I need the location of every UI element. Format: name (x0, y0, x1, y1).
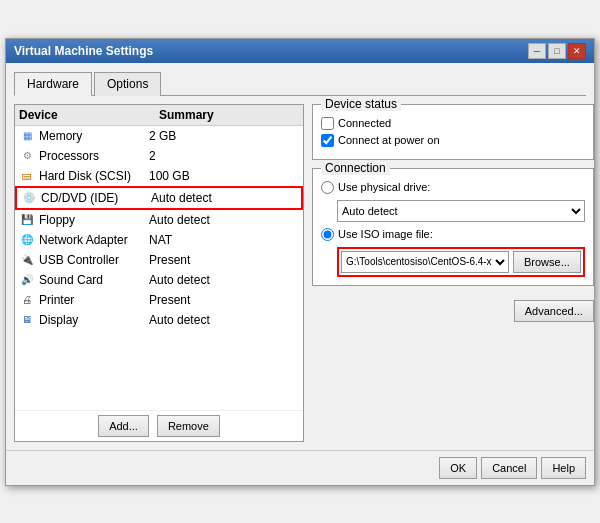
device-panel: Device Summary ▦ Memory 2 GB ⚙ Processor… (14, 104, 304, 442)
settings-panel: Device status Connected Connect at power… (312, 104, 594, 442)
window-title: Virtual Machine Settings (14, 44, 153, 58)
usb-icon: 🔌 (19, 252, 35, 268)
connection-title: Connection (321, 161, 390, 175)
title-bar: Virtual Machine Settings ─ □ ✕ (6, 39, 594, 63)
header-device: Device (19, 108, 159, 122)
close-button[interactable]: ✕ (568, 43, 586, 59)
advanced-btn-row: Advanced... (312, 294, 594, 324)
device-row-display[interactable]: 🖥 Display Auto detect (15, 310, 303, 330)
memory-icon: ▦ (19, 128, 35, 144)
device-row-floppy[interactable]: 💾 Floppy Auto detect (15, 210, 303, 230)
sound-icon: 🔊 (19, 272, 35, 288)
iso-path-row: G:\Tools\centosiso\CentOS-6.4-x Browse..… (337, 247, 585, 277)
cpu-icon: ⚙ (19, 148, 35, 164)
iso-label: Use ISO image file: (338, 228, 433, 240)
main-area: Device Summary ▦ Memory 2 GB ⚙ Processor… (14, 104, 586, 442)
connected-label: Connected (338, 117, 391, 129)
device-row-usb[interactable]: 🔌 USB Controller Present (15, 250, 303, 270)
connected-checkbox[interactable] (321, 117, 334, 130)
drive-select-row: Auto detect (337, 200, 585, 222)
device-row-memory[interactable]: ▦ Memory 2 GB (15, 126, 303, 146)
connection-group: Connection Use physical drive: Auto dete… (312, 168, 594, 286)
maximize-button[interactable]: □ (548, 43, 566, 59)
header-summary: Summary (159, 108, 299, 122)
physical-drive-radio-row: Use physical drive: (321, 181, 585, 194)
connection-radio-group: Use physical drive: Auto detect Use ISO (321, 181, 585, 277)
add-device-button[interactable]: Add... (98, 415, 149, 437)
device-row-processors[interactable]: ⚙ Processors 2 (15, 146, 303, 166)
device-status-group: Device status Connected Connect at power… (312, 104, 594, 160)
iso-radio[interactable] (321, 228, 334, 241)
harddisk-icon: 🖴 (19, 168, 35, 184)
virtual-machine-settings-window: Virtual Machine Settings ─ □ ✕ Hardware … (5, 38, 595, 486)
device-status-title: Device status (321, 97, 401, 111)
device-row-network[interactable]: 🌐 Network Adapter NAT (15, 230, 303, 250)
cdrom-icon: 💿 (21, 190, 37, 206)
remove-device-button[interactable]: Remove (157, 415, 220, 437)
physical-drive-dropdown[interactable]: Auto detect (337, 200, 585, 222)
help-button[interactable]: Help (541, 457, 586, 479)
device-row-harddisk[interactable]: 🖴 Hard Disk (SCSI) 100 GB (15, 166, 303, 186)
device-table-header: Device Summary (15, 105, 303, 126)
tab-options[interactable]: Options (94, 72, 161, 96)
physical-drive-radio[interactable] (321, 181, 334, 194)
power-on-checkbox-row: Connect at power on (321, 134, 585, 147)
minimize-button[interactable]: ─ (528, 43, 546, 59)
browse-button[interactable]: Browse... (513, 251, 581, 273)
power-on-checkbox[interactable] (321, 134, 334, 147)
device-panel-bottom: Add... Remove (15, 410, 303, 441)
display-icon: 🖥 (19, 312, 35, 328)
printer-icon: 🖨 (19, 292, 35, 308)
device-row-soundcard[interactable]: 🔊 Sound Card Auto detect (15, 270, 303, 290)
device-row-cddvd[interactable]: 💿 CD/DVD (IDE) Auto detect (15, 186, 303, 210)
advanced-button[interactable]: Advanced... (514, 300, 594, 322)
device-row-printer[interactable]: 🖨 Printer Present (15, 290, 303, 310)
title-bar-controls: ─ □ ✕ (528, 43, 586, 59)
connected-checkbox-row: Connected (321, 117, 585, 130)
iso-radio-row: Use ISO image file: (321, 228, 585, 241)
window-content: Hardware Options Device Summary ▦ Memory (6, 63, 594, 450)
device-list-spacer (15, 330, 303, 410)
floppy-icon: 💾 (19, 212, 35, 228)
cancel-button[interactable]: Cancel (481, 457, 537, 479)
footer-buttons: OK Cancel Help (6, 450, 594, 485)
ok-button[interactable]: OK (439, 457, 477, 479)
network-icon: 🌐 (19, 232, 35, 248)
tab-hardware[interactable]: Hardware (14, 72, 92, 96)
power-on-label: Connect at power on (338, 134, 440, 146)
tabs-bar: Hardware Options (14, 71, 586, 96)
physical-drive-label: Use physical drive: (338, 181, 430, 193)
iso-path-dropdown[interactable]: G:\Tools\centosiso\CentOS-6.4-x (341, 251, 509, 273)
